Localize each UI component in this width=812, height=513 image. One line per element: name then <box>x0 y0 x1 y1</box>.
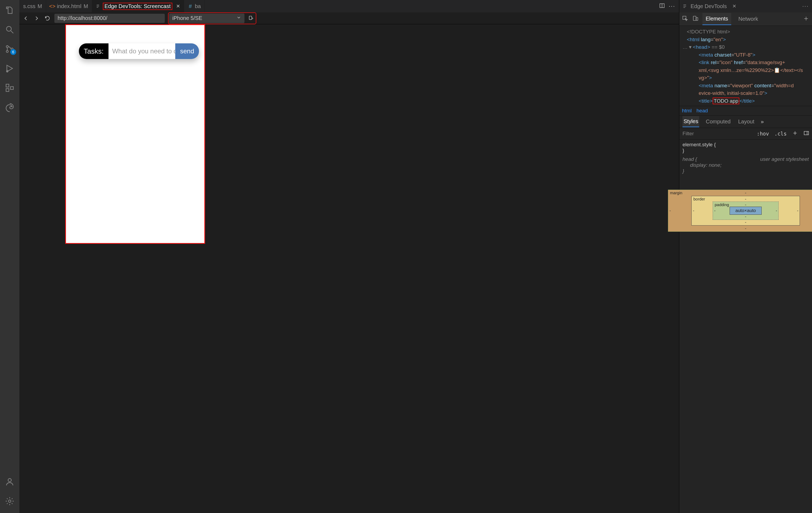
rule-declaration[interactable]: display: none; <box>683 162 809 168</box>
dom-node-title[interactable]: <title>TODO app</title> <box>683 97 810 105</box>
activity-bar: 6 <box>0 0 19 513</box>
explorer-icon[interactable] <box>2 3 17 18</box>
svg-rect-14 <box>696 18 698 21</box>
device-toggle-icon[interactable] <box>692 16 699 23</box>
tab-label: ba <box>195 3 201 9</box>
screencast-viewport: Tasks: What do you need to do send <box>19 24 679 513</box>
crumb-html[interactable]: html <box>682 108 692 114</box>
rule-brace: } <box>683 168 809 174</box>
dom-node-head[interactable]: … ▾<head> == $0 <box>683 44 810 51</box>
layout-tab[interactable]: Layout <box>737 116 755 127</box>
close-icon[interactable]: ✕ <box>732 3 736 9</box>
extensions-icon[interactable] <box>2 80 17 96</box>
breadcrumb: html head <box>679 106 812 115</box>
box-padding[interactable]: padding - - - - auto×auto <box>713 201 778 220</box>
todo-form: Tasks: What do you need to do send <box>79 44 199 59</box>
split-editor-icon[interactable] <box>659 3 665 10</box>
tasks-label: Tasks: <box>79 44 109 59</box>
hov-toggle[interactable]: :hov <box>754 131 772 137</box>
more-tabs-icon[interactable]: » <box>761 118 764 125</box>
title-text[interactable]: TODO app <box>713 98 740 104</box>
editor-group-screencast: s.css M <> index.html M Edge DevTools: S… <box>19 0 679 513</box>
more-actions-icon[interactable]: ··· <box>669 3 675 10</box>
account-icon[interactable] <box>2 474 17 489</box>
devtools-tab[interactable]: Edge DevTools ✕ <box>683 3 736 9</box>
svg-rect-6 <box>6 89 9 91</box>
dom-node[interactable]: <html lang="en"> <box>683 36 810 44</box>
box-border[interactable]: border - - - - padding - - - - auto×auto <box>691 196 800 225</box>
nav-forward-icon[interactable] <box>33 15 40 22</box>
computed-tab[interactable]: Computed <box>704 116 731 127</box>
tab-css[interactable]: s.css M <box>19 0 46 12</box>
edge-icon[interactable] <box>2 100 17 115</box>
dom-tree[interactable]: <!DOCTYPE html> <html lang="en"> … ▾<hea… <box>679 26 812 106</box>
add-tab-icon[interactable] <box>803 16 809 23</box>
rule-element-style[interactable]: element.style { <box>683 142 809 147</box>
styles-filter-input[interactable]: Filter <box>679 131 754 137</box>
svg-point-0 <box>6 26 11 31</box>
run-debug-icon[interactable] <box>2 61 17 76</box>
tab-base[interactable]: # ba <box>184 0 205 12</box>
close-icon[interactable]: ✕ <box>176 3 180 9</box>
svg-rect-15 <box>804 132 809 135</box>
styles-filterbar: Filter :hov .cls <box>679 128 812 140</box>
chevron-down-icon <box>236 15 241 21</box>
styles-rules[interactable]: element.style { } user agent stylesheet … <box>679 140 812 176</box>
url-input[interactable]: http://localhost:8000/ <box>54 14 165 23</box>
dom-node[interactable]: <meta name="viewport" content="width=d <box>683 82 810 90</box>
dom-node: evice-width, initial-scale=1.0"> <box>683 89 810 97</box>
elements-tab[interactable]: Elements <box>702 13 731 25</box>
dom-node: vg>"> <box>683 74 810 82</box>
more-actions-icon[interactable]: ··· <box>802 3 809 10</box>
tab-label: index.html <box>57 3 81 9</box>
toggle-sidebar-icon[interactable] <box>801 130 812 137</box>
bm-label-border: border <box>693 197 705 201</box>
box-content[interactable]: auto×auto <box>730 207 761 215</box>
svg-point-2 <box>6 50 8 53</box>
dom-node: xml,<svg xmln…ze=%2290%22>📋</text></s <box>683 66 810 74</box>
svg-rect-11 <box>249 16 252 19</box>
tab-screencast[interactable]: Edge DevTools: Screencast ✕ <box>92 0 184 12</box>
svg-rect-5 <box>6 84 9 87</box>
task-input[interactable]: What do you need to do <box>109 44 175 59</box>
css-id-icon: # <box>188 4 193 9</box>
bm-label-margin: margin <box>670 190 682 195</box>
inspect-element-icon[interactable] <box>682 16 689 23</box>
editor-actions: ··· <box>655 0 679 12</box>
settings-gear-icon[interactable] <box>2 494 17 509</box>
search-icon[interactable] <box>2 22 17 37</box>
box-model: margin - - - - border - - - - padding - … <box>679 176 812 513</box>
dom-node[interactable]: <meta charset="UTF-8"> <box>683 51 810 59</box>
modified-indicator: M <box>84 3 88 9</box>
modified-indicator: M <box>38 3 42 9</box>
tab-label: Edge DevTools <box>691 3 727 9</box>
box-margin[interactable]: margin - - - - border - - - - padding - … <box>668 190 812 232</box>
tab-index-html[interactable]: <> index.html M <box>46 0 92 12</box>
new-style-rule-icon[interactable] <box>789 130 801 137</box>
screencast-navbar: http://localhost:8000/ iPhone 5/SE <box>19 12 679 24</box>
rotate-device-icon[interactable] <box>246 14 255 23</box>
bm-label-padding: padding <box>715 202 729 207</box>
dom-node[interactable]: <!DOCTYPE html> <box>687 29 730 34</box>
rule-head[interactable]: user agent stylesheet head { <box>683 156 809 162</box>
dom-node[interactable]: <link rel="icon" href="data:image/svg+ <box>683 59 810 66</box>
svg-point-8 <box>8 479 11 482</box>
source-control-icon[interactable]: 6 <box>2 42 17 57</box>
network-tab[interactable]: Network <box>735 13 761 25</box>
nav-back-icon[interactable] <box>22 15 30 22</box>
styles-tab[interactable]: Styles <box>683 116 699 127</box>
preview-icon <box>96 4 101 9</box>
devtools-tabbar: Edge DevTools ✕ ··· <box>679 0 812 12</box>
styles-tabbar: Styles Computed Layout » <box>679 115 812 128</box>
nav-reload-icon[interactable] <box>44 15 51 22</box>
html-file-icon: <> <box>50 4 55 9</box>
devtools-toolbar: Elements Network <box>679 12 812 26</box>
ua-label: user agent stylesheet <box>760 156 809 162</box>
rule-brace: } <box>683 147 809 154</box>
device-label: iPhone 5/SE <box>172 15 202 21</box>
tab-label: Edge DevTools: Screencast <box>103 3 172 10</box>
cls-toggle[interactable]: .cls <box>772 131 789 137</box>
device-emulation-select[interactable]: iPhone 5/SE <box>169 14 244 23</box>
crumb-head[interactable]: head <box>696 108 708 114</box>
send-button[interactable]: send <box>175 44 199 59</box>
